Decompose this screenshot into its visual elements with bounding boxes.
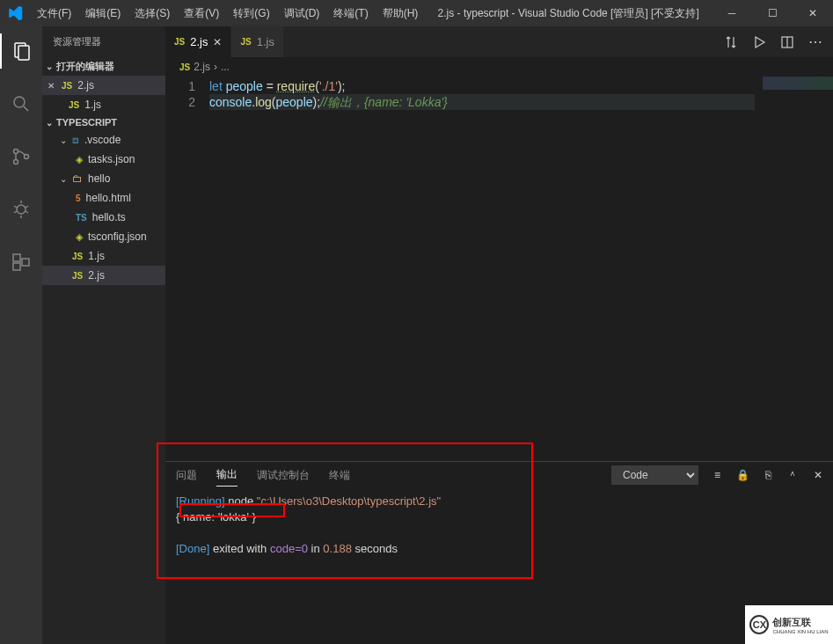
debug-icon[interactable]: [0, 192, 42, 227]
open-editors-section[interactable]: ⌄ 打开的编辑器: [42, 57, 165, 76]
output-channel-select[interactable]: Code: [611, 465, 698, 485]
title-bar: 文件(F) 编辑(E) 选择(S) 查看(V) 转到(G) 调试(D) 终端(T…: [0, 0, 833, 26]
svg-line-10: [26, 206, 28, 208]
panel-actions: Code ≡ 🔒 ⎘ ＾ ✕: [611, 465, 822, 485]
svg-point-2: [14, 97, 25, 107]
svg-point-5: [14, 160, 18, 165]
svg-rect-14: [13, 254, 20, 261]
menu-help[interactable]: 帮助(H): [376, 0, 426, 26]
menu-debug[interactable]: 调试(D): [277, 0, 327, 26]
folder-label: hello: [88, 172, 110, 185]
lock-icon[interactable]: 🔒: [736, 469, 749, 481]
svg-line-11: [14, 211, 17, 213]
svg-rect-1: [18, 46, 29, 60]
js-icon: JS: [62, 81, 72, 91]
clear-icon[interactable]: ⎘: [765, 469, 771, 481]
js-icon: JS: [72, 271, 83, 281]
js-icon: JS: [179, 62, 190, 72]
word-wrap-icon[interactable]: ≡: [714, 469, 720, 481]
chevron-down-icon: ⌄: [46, 118, 53, 128]
maximize-button[interactable]: ☐: [752, 0, 793, 26]
vscode-folder-icon: ⧈: [72, 134, 79, 146]
close-icon[interactable]: ✕: [213, 36, 222, 48]
close-icon[interactable]: ✕: [47, 81, 55, 91]
watermark-text: 创新互联: [772, 616, 828, 629]
json-icon: ◈: [76, 154, 83, 165]
chevron-down-icon: ⌄: [60, 174, 67, 184]
folder-icon: 🗀: [72, 172, 83, 185]
file-label: hello.html: [86, 192, 131, 204]
menu-file[interactable]: 文件(F): [30, 0, 78, 26]
editor-actions: ⋯: [724, 26, 833, 57]
menu-bar: 文件(F) 编辑(E) 选择(S) 查看(V) 转到(G) 调试(D) 终端(T…: [30, 0, 425, 26]
open-editors-label: 打开的编辑器: [56, 60, 114, 73]
file-label: 2.js: [88, 269, 105, 282]
file-label: hello.ts: [92, 211, 126, 223]
folder-vscode[interactable]: ⌄ ⧈ .vscode: [42, 130, 165, 150]
search-icon[interactable]: [0, 86, 42, 121]
bottom-panel: 问题 输出 调试控制台 终端 Code ≡ 🔒 ⎘ ＾ ✕ [Running] …: [165, 461, 833, 605]
js-icon: JS: [240, 37, 251, 47]
breadcrumb-sep: ›: [214, 61, 217, 73]
run-icon[interactable]: [752, 35, 766, 49]
tab-2js[interactable]: JS 2.js ✕: [165, 26, 231, 57]
tab-1js[interactable]: JS 1.js: [231, 26, 283, 57]
menu-view[interactable]: 查看(V): [177, 0, 226, 26]
breadcrumb-more: ...: [221, 61, 230, 73]
svg-point-6: [25, 155, 29, 159]
open-editor-item[interactable]: JS 1.js: [42, 95, 165, 114]
split-editor-icon[interactable]: [780, 35, 794, 49]
close-panel-icon[interactable]: ✕: [814, 469, 822, 481]
panel-tab-terminal[interactable]: 终端: [329, 465, 350, 487]
panel-tab-problems[interactable]: 问题: [176, 465, 197, 487]
file-hello-html[interactable]: 5 hello.html: [42, 188, 165, 208]
close-button[interactable]: ✕: [793, 0, 833, 26]
line-number: 1: [165, 78, 195, 94]
minimap[interactable]: [763, 77, 833, 90]
line-number: 2: [165, 94, 195, 110]
explorer-header: 资源管理器: [42, 26, 165, 57]
svg-line-3: [24, 106, 28, 111]
breadcrumb-file: 2.js: [194, 61, 210, 73]
file-2js[interactable]: JS 2.js: [42, 266, 165, 285]
menu-select[interactable]: 选择(S): [128, 0, 177, 26]
source-control-icon[interactable]: [0, 139, 42, 174]
maximize-panel-icon[interactable]: ＾: [787, 468, 798, 483]
file-1js[interactable]: JS 1.js: [42, 246, 165, 266]
folder-hello[interactable]: ⌄ 🗀 hello: [42, 169, 165, 188]
app-icon: [0, 5, 30, 21]
extensions-icon[interactable]: [0, 245, 42, 280]
panel-tab-debug-console[interactable]: 调试控制台: [257, 465, 310, 487]
open-editor-item[interactable]: ✕ JS 2.js: [42, 76, 165, 95]
more-icon[interactable]: ⋯: [808, 33, 822, 50]
watermark-logo: CX: [749, 615, 769, 634]
watermark: CX 创新互联 CHUANG XIN HU LIAN: [745, 605, 833, 644]
panel-tab-output[interactable]: 输出: [216, 464, 237, 487]
output-body[interactable]: [Running] node "c:\Users\o3\Desktop\type…: [165, 488, 833, 562]
file-label: 2.js: [77, 79, 94, 91]
file-label: tasks.json: [88, 153, 135, 165]
file-tasks-json[interactable]: ◈ tasks.json: [42, 150, 165, 169]
file-tsconfig[interactable]: ◈ tsconfig.json: [42, 227, 165, 246]
watermark-subtext: CHUANG XIN HU LIAN: [772, 629, 828, 634]
project-section[interactable]: ⌄ TYPESCRIPT: [42, 114, 165, 130]
window-controls: ─ ☐ ✕: [712, 0, 833, 26]
breadcrumb[interactable]: JS 2.js › ...: [165, 57, 833, 77]
menu-goto[interactable]: 转到(G): [226, 0, 276, 26]
menu-terminal[interactable]: 终端(T): [326, 0, 375, 26]
explorer-icon[interactable]: [0, 33, 42, 69]
file-label: 1.js: [84, 99, 101, 111]
menu-edit[interactable]: 编辑(E): [78, 0, 128, 26]
minimize-button[interactable]: ─: [712, 0, 752, 26]
svg-point-4: [14, 150, 18, 154]
js-icon: JS: [69, 100, 79, 110]
project-label: TYPESCRIPT: [56, 117, 117, 128]
svg-rect-15: [13, 263, 20, 270]
compare-changes-icon[interactable]: [724, 35, 738, 49]
explorer-sidebar: 资源管理器 ⌄ 打开的编辑器 ✕ JS 2.js JS 1.js ⌄ TYPES…: [42, 26, 165, 644]
ts-icon: TS: [76, 213, 87, 223]
svg-rect-16: [22, 259, 29, 266]
file-hello-ts[interactable]: TS hello.ts: [42, 208, 165, 227]
svg-line-12: [26, 211, 28, 213]
js-icon: JS: [174, 37, 185, 47]
